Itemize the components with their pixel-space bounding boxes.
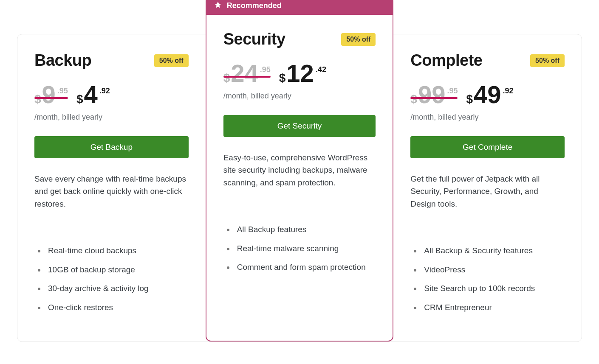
new-price-integer: 12 — [286, 61, 314, 86]
feature-item: One-click restores — [45, 302, 189, 314]
plan-header: Complete 50% off — [410, 51, 565, 70]
discount-badge: 50% off — [341, 33, 376, 46]
star-icon — [214, 1, 222, 11]
plan-card-security: Recommended Security 50% off $ 24 .95 $ … — [206, 13, 394, 342]
new-price: $ 4 .92 — [76, 82, 110, 107]
feature-list: All Backup features Real-time malware sc… — [223, 224, 376, 274]
new-price: $ 49 .92 — [466, 82, 513, 107]
currency-symbol: $ — [223, 71, 230, 85]
currency-symbol: $ — [76, 92, 83, 106]
feature-item: All Backup & Security features — [421, 245, 565, 257]
old-price-integer: 9 — [42, 82, 56, 107]
old-price-cents: .95 — [260, 61, 271, 74]
plan-description: Get the full power of Jetpack with all S… — [410, 173, 565, 224]
feature-item: CRM Entrepreneur — [421, 302, 565, 314]
recommended-ribbon: Recommended — [206, 0, 394, 15]
new-price-cents: .92 — [99, 82, 110, 95]
plan-header: Security 50% off — [223, 30, 376, 48]
old-price: $ 99 .95 — [410, 82, 458, 107]
discount-badge: 50% off — [154, 54, 189, 67]
plan-header: Backup 50% off — [34, 51, 189, 70]
old-price-integer: 99 — [418, 82, 446, 107]
billing-note: /month, billed yearly — [34, 113, 189, 122]
new-price-integer: 4 — [84, 82, 97, 107]
billing-note: /month, billed yearly — [410, 113, 565, 122]
feature-item: Site Search up to 100k records — [421, 283, 565, 295]
plan-title: Security — [223, 30, 285, 48]
new-price-cents: .92 — [503, 82, 514, 95]
old-price: $ 24 .95 — [223, 61, 271, 86]
pricing-grid: Backup 50% off $ 9 .95 $ 4 .92 /month, b… — [17, 34, 582, 342]
plan-title: Complete — [410, 51, 482, 70]
price-row: $ 99 .95 $ 49 .92 — [410, 82, 565, 107]
plan-card-backup: Backup 50% off $ 9 .95 $ 4 .92 /month, b… — [17, 34, 206, 342]
price-row: $ 9 .95 $ 4 .92 — [34, 82, 189, 107]
new-price: $ 12 .42 — [279, 61, 326, 86]
currency-symbol: $ — [466, 92, 473, 106]
new-price-integer: 49 — [474, 82, 501, 107]
feature-item: Real-time cloud backups — [45, 245, 189, 257]
plan-description: Save every change with real-time backups… — [34, 173, 189, 224]
plan-card-complete: Complete 50% off $ 99 .95 $ 49 .92 /mont… — [393, 34, 582, 342]
feature-item: 10GB of backup storage — [45, 264, 189, 276]
feature-item: Real-time malware scanning — [235, 243, 376, 255]
feature-list: All Backup & Security features VideoPres… — [410, 245, 565, 314]
plan-title: Backup — [34, 51, 91, 70]
old-price-cents: .95 — [447, 82, 458, 95]
currency-symbol: $ — [410, 92, 417, 106]
feature-item: 30-day archive & activity log — [45, 283, 189, 295]
get-complete-button[interactable]: Get Complete — [410, 136, 565, 158]
old-price-cents: .95 — [57, 82, 68, 95]
plan-description: Easy-to-use, comprehensive WordPress sit… — [223, 151, 376, 202]
feature-item: Comment and form spam protection — [235, 261, 376, 274]
price-row: $ 24 .95 $ 12 .42 — [223, 61, 376, 86]
old-price-integer: 24 — [231, 61, 258, 86]
currency-symbol: $ — [279, 71, 286, 85]
old-price: $ 9 .95 — [34, 82, 68, 107]
discount-badge: 50% off — [530, 54, 565, 67]
billing-note: /month, billed yearly — [223, 92, 376, 101]
currency-symbol: $ — [34, 92, 41, 106]
feature-list: Real-time cloud backups 10GB of backup s… — [34, 245, 189, 314]
new-price-cents: .42 — [316, 61, 326, 74]
recommended-label: Recommended — [227, 1, 282, 10]
get-backup-button[interactable]: Get Backup — [34, 136, 189, 158]
feature-item: All Backup features — [235, 224, 376, 236]
get-security-button[interactable]: Get Security — [223, 115, 376, 137]
feature-item: VideoPress — [421, 264, 565, 276]
